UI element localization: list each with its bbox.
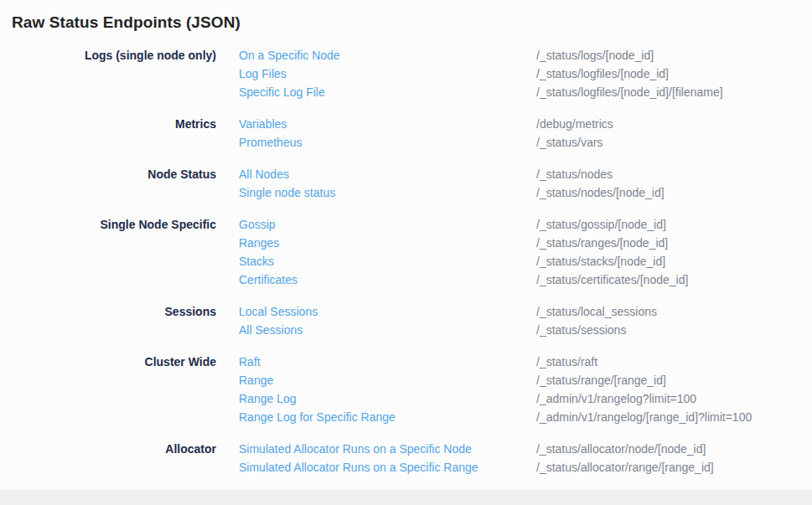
endpoint-link[interactable]: Range Log <box>239 392 297 405</box>
category-label: Single Node Specific <box>12 215 239 234</box>
endpoint-path: /_status/gossip/[node_id] <box>536 215 666 234</box>
debug-endpoints-page: Raw Status Endpoints (JSON) Logs (single… <box>0 0 812 490</box>
endpoint-link[interactable]: Variables <box>239 117 287 131</box>
endpoint-link-cell: Variables <box>239 115 536 133</box>
endpoint-link[interactable]: Local Sessions <box>239 305 318 318</box>
endpoint-row: Log Files /_status/logfiles/[node_id] <box>239 64 812 83</box>
endpoint-link[interactable]: All Nodes <box>239 167 289 181</box>
endpoint-path: /_status/vars <box>536 133 603 152</box>
endpoint-row: On a Specific Node /_status/logs/[node_i… <box>239 46 812 64</box>
endpoint-row: All Sessions /_status/sessions <box>239 321 812 339</box>
endpoint-path: /_status/allocator/range/[range_id] <box>536 458 714 477</box>
endpoint-link-cell: Simulated Allocator Runs on a Specific N… <box>239 440 536 458</box>
endpoint-row: Stacks /_status/stacks/[node_id] <box>239 252 812 271</box>
endpoint-link-cell: Raft <box>239 353 536 371</box>
endpoint-link-cell: All Sessions <box>239 321 536 339</box>
endpoint-groups: Logs (single node only) On a Specific No… <box>12 46 812 477</box>
endpoint-row: Simulated Allocator Runs on a Specific N… <box>239 440 812 458</box>
endpoint-path: /_admin/v1/rangelog/[range_id]?limit=100 <box>536 408 752 426</box>
endpoint-row: Gossip /_status/gossip/[node_id] <box>239 215 812 234</box>
endpoint-group: Cluster Wide Raft /_status/raft Range /_… <box>12 353 812 426</box>
endpoint-link[interactable]: All Sessions <box>239 323 303 337</box>
endpoint-link[interactable]: Range <box>239 374 273 387</box>
entry-list: Variables /debug/metrics Prometheus /_st… <box>239 115 812 152</box>
endpoint-link[interactable]: Gossip <box>239 218 276 231</box>
endpoint-link-cell: Certificates <box>239 271 536 289</box>
category-label: Metrics <box>12 115 239 133</box>
endpoint-link-cell: On a Specific Node <box>239 46 536 64</box>
endpoint-link[interactable]: Prometheus <box>239 136 302 149</box>
endpoint-link[interactable]: Stacks <box>239 255 274 268</box>
endpoint-path: /_status/logfiles/[node_id] <box>536 64 669 83</box>
endpoint-path: /_status/range/[range_id] <box>536 371 666 389</box>
page-title: Raw Status Endpoints (JSON) <box>12 12 812 33</box>
page-bottom-strip <box>0 490 812 505</box>
endpoint-link[interactable]: Log Files <box>239 67 287 80</box>
endpoint-path: /_admin/v1/rangelog?limit=100 <box>536 389 696 408</box>
endpoint-row: Prometheus /_status/vars <box>239 133 812 152</box>
endpoint-row: Range /_status/range/[range_id] <box>239 371 812 389</box>
endpoint-group: Sessions Local Sessions /_status/local_s… <box>12 302 812 339</box>
endpoint-row: Specific Log File /_status/logfiles/[nod… <box>239 83 812 101</box>
endpoint-link-cell: Specific Log File <box>239 83 536 101</box>
endpoint-row: Range Log for Specific Range /_admin/v1/… <box>239 408 812 426</box>
endpoint-path: /_status/stacks/[node_id] <box>536 252 665 271</box>
endpoint-path: /_status/raft <box>536 353 597 371</box>
endpoint-group: Single Node Specific Gossip /_status/gos… <box>12 215 812 289</box>
endpoint-path: /_status/certificates/[node_id] <box>536 271 688 289</box>
endpoint-link-cell: Range Log <box>239 389 536 408</box>
endpoint-link[interactable]: Raft <box>239 355 261 368</box>
endpoint-path: /_status/nodes <box>536 165 613 183</box>
endpoint-link[interactable]: Ranges <box>239 236 279 250</box>
endpoint-group: Allocator Simulated Allocator Runs on a … <box>12 440 812 477</box>
endpoint-link[interactable]: Single node status <box>239 186 335 199</box>
endpoint-path: /_status/sessions <box>536 321 626 339</box>
category-label: Sessions <box>12 302 239 321</box>
endpoint-link-cell: Range <box>239 371 536 389</box>
endpoint-path: /_status/ranges/[node_id] <box>536 234 668 252</box>
endpoint-link-cell: Ranges <box>239 234 536 252</box>
endpoint-link[interactable]: Simulated Allocator Runs on a Specific N… <box>239 442 472 456</box>
endpoint-link-cell: Single node status <box>239 183 536 202</box>
endpoint-link[interactable]: Specific Log File <box>239 85 325 99</box>
category-label: Cluster Wide <box>12 353 239 371</box>
endpoint-link-cell: Range Log for Specific Range <box>239 408 536 426</box>
endpoint-link[interactable]: Range Log for Specific Range <box>239 410 396 424</box>
endpoint-row: Certificates /_status/certificates/[node… <box>239 271 812 289</box>
endpoint-path: /debug/metrics <box>536 115 613 133</box>
endpoint-link-cell: All Nodes <box>239 165 536 183</box>
entry-list: Local Sessions /_status/local_sessions A… <box>239 302 812 339</box>
endpoint-row: Range Log /_admin/v1/rangelog?limit=100 <box>239 389 812 408</box>
endpoint-row: Ranges /_status/ranges/[node_id] <box>239 234 812 252</box>
endpoint-row: Single node status /_status/nodes/[node_… <box>239 183 812 202</box>
endpoint-link-cell: Log Files <box>239 64 536 83</box>
endpoint-path: /_status/nodes/[node_id] <box>536 183 665 202</box>
endpoint-link[interactable]: On a Specific Node <box>239 49 340 62</box>
entry-list: On a Specific Node /_status/logs/[node_i… <box>239 46 812 101</box>
endpoint-path: /_status/allocator/node/[node_id] <box>536 440 706 458</box>
endpoint-link-cell: Gossip <box>239 215 536 234</box>
category-label: Allocator <box>12 440 239 458</box>
endpoint-path: /_status/logfiles/[node_id]/[filename] <box>536 83 723 101</box>
endpoint-link[interactable]: Certificates <box>239 273 297 286</box>
endpoint-link-cell: Stacks <box>239 252 536 271</box>
endpoint-link-cell: Local Sessions <box>239 302 536 321</box>
category-label: Logs (single node only) <box>12 46 239 64</box>
endpoint-group: Logs (single node only) On a Specific No… <box>12 46 812 101</box>
endpoint-path: /_status/logs/[node_id] <box>536 46 654 64</box>
endpoint-row: All Nodes /_status/nodes <box>239 165 812 183</box>
endpoint-link-cell: Prometheus <box>239 133 536 152</box>
endpoint-row: Variables /debug/metrics <box>239 115 812 133</box>
endpoint-row: Raft /_status/raft <box>239 353 812 371</box>
entry-list: Raft /_status/raft Range /_status/range/… <box>239 353 812 426</box>
endpoint-row: Simulated Allocator Runs on a Specific R… <box>239 458 812 477</box>
entry-list: All Nodes /_status/nodes Single node sta… <box>239 165 812 202</box>
entry-list: Gossip /_status/gossip/[node_id] Ranges … <box>239 215 812 289</box>
category-label: Node Status <box>12 165 239 183</box>
endpoint-link-cell: Simulated Allocator Runs on a Specific R… <box>239 458 536 477</box>
entry-list: Simulated Allocator Runs on a Specific N… <box>239 440 812 477</box>
endpoint-path: /_status/local_sessions <box>536 302 657 321</box>
endpoint-link[interactable]: Simulated Allocator Runs on a Specific R… <box>239 461 478 474</box>
endpoint-group: Node Status All Nodes /_status/nodes Sin… <box>12 165 812 202</box>
endpoint-row: Local Sessions /_status/local_sessions <box>239 302 812 321</box>
